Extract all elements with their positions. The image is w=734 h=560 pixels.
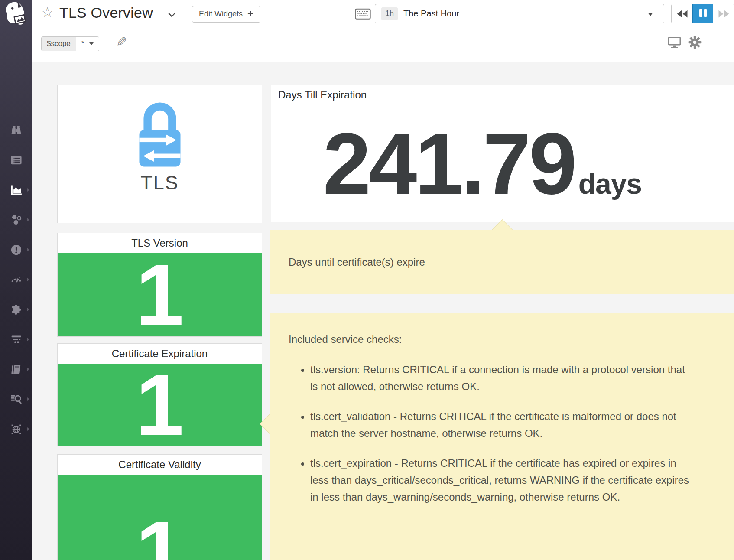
service-check-item: tls.cert_validation - Returns CRITICAL i… — [310, 408, 692, 442]
edit-widgets-button[interactable]: Edit Widgets + — [192, 6, 260, 23]
tv-mode-icon[interactable] — [668, 36, 681, 50]
sidebar-item-logs[interactable] — [0, 389, 32, 410]
query-value-widget: Days Till Expiration 241.79 days — [271, 85, 734, 222]
tls-lock-icon — [130, 99, 190, 167]
scope-value: * — [81, 39, 84, 48]
sidebar — [0, 0, 32, 560]
datadog-logo[interactable] — [3, 0, 30, 27]
hexagon-cluster-icon — [10, 213, 23, 226]
topbar: ☆ TLS Overview Edit Widgets + — [32, 0, 734, 62]
gear-icon[interactable] — [688, 36, 702, 51]
service-checks-intro: Included service checks: — [289, 333, 734, 345]
fast-forward-button[interactable] — [713, 4, 734, 23]
sidebar-item-notebooks[interactable] — [0, 359, 32, 380]
chevron-right-icon — [27, 248, 29, 251]
sidebar-item-binoculars[interactable] — [0, 120, 32, 140]
trace-levels-icon — [10, 333, 23, 346]
plus-icon: + — [247, 9, 253, 19]
pause-icon — [698, 9, 708, 19]
note-pointer-left — [260, 413, 280, 434]
sidebar-item-events-list[interactable] — [0, 150, 32, 170]
favorite-star-icon[interactable]: ☆ — [41, 5, 54, 19]
note-widget-service-checks: Included service checks: tls.version: Re… — [270, 313, 734, 560]
notebook-icon — [10, 363, 23, 376]
binoculars-icon — [10, 124, 23, 137]
main-area: ☆ TLS Overview Edit Widgets + — [32, 0, 734, 560]
scope-template-variable[interactable]: $scope * — [41, 36, 99, 51]
log-search-icon — [10, 393, 23, 406]
datadog-dog-icon — [3, 0, 30, 27]
sidebar-item-monitors[interactable] — [0, 239, 32, 260]
check-widget-certificate-expiration: Certificate Expiration 1 — [57, 343, 262, 446]
edit-pencil-icon[interactable]: ✎ — [116, 36, 127, 49]
playback-controls — [671, 4, 734, 23]
edit-widgets-label: Edit Widgets — [199, 10, 243, 19]
alert-circle-icon — [10, 244, 23, 256]
scope-value-dropdown[interactable]: * — [76, 37, 99, 51]
network-globe-icon — [10, 423, 23, 436]
chevron-right-icon — [27, 368, 29, 371]
rewind-button[interactable] — [672, 4, 692, 23]
chevron-down-icon — [648, 13, 653, 16]
check-widget-tls-version: TLS Version 1 — [57, 233, 262, 337]
service-check-item: tls.version: Returns CRITICAL if a conne… — [310, 361, 692, 395]
sidebar-item-dashboards[interactable] — [0, 179, 32, 200]
rewind-icon — [676, 10, 688, 18]
query-value-unit: days — [578, 167, 642, 200]
chevron-down-icon — [89, 42, 94, 45]
page-title[interactable]: TLS Overview — [59, 4, 153, 21]
chevron-right-icon — [27, 308, 29, 311]
gauge-icon — [10, 273, 23, 286]
query-value-body: 241.79 days — [271, 105, 734, 222]
sidebar-item-apm[interactable] — [0, 329, 32, 350]
sidebar-item-metrics[interactable] — [0, 269, 32, 290]
pause-button[interactable] — [692, 4, 713, 23]
tls-image-widget: TLS — [57, 85, 262, 223]
dashboard-canvas: TLS TLS Version 1 Certificate Expiration… — [32, 62, 734, 560]
chevron-right-icon — [27, 278, 29, 281]
check-widget-certificate-validity: Certificate Validity 1 — [57, 454, 262, 560]
events-list-icon — [10, 154, 23, 166]
sidebar-item-hexagons[interactable] — [0, 209, 32, 230]
fast-forward-icon — [718, 10, 730, 18]
chevron-right-icon — [27, 427, 29, 431]
timeframe-badge: 1h — [381, 7, 398, 20]
service-check-item: tls.cert_expiration - Returns CRITICAL i… — [310, 455, 692, 505]
area-chart-icon — [10, 183, 23, 196]
chevron-right-icon — [27, 188, 29, 192]
sidebar-item-synthetics[interactable] — [0, 419, 32, 440]
datadog-dashboard-screen: ☆ TLS Overview Edit Widgets + — [0, 0, 734, 560]
service-checks-list: tls.version: Returns CRITICAL if a conne… — [289, 361, 734, 505]
check-status-value: 1 — [58, 364, 262, 446]
check-status-value: 1 — [58, 253, 262, 336]
chevron-right-icon — [27, 338, 29, 341]
query-value-number: 241.79 — [323, 125, 575, 203]
puzzle-piece-icon — [10, 303, 23, 316]
check-widget-title: Certificate Validity — [58, 455, 262, 475]
timeframe-selector[interactable]: 1h The Past Hour — [375, 4, 664, 23]
timeframe-label: The Past Hour — [403, 9, 459, 19]
note-expiration-text: Days until certificate(s) expire — [289, 256, 425, 268]
tls-image-caption: TLS — [140, 172, 179, 194]
keyboard-shortcuts-icon[interactable] — [355, 8, 371, 22]
chevron-right-icon — [27, 218, 29, 221]
note-pointer-up — [492, 219, 513, 240]
check-status-value: 1 — [58, 475, 262, 560]
query-value-title: Days Till Expiration — [271, 85, 734, 105]
scope-label: $scope — [42, 37, 76, 51]
note-widget-expiration: Days until certificate(s) expire — [270, 230, 734, 294]
sidebar-item-integrations[interactable] — [0, 299, 32, 320]
title-chevron-down-icon[interactable] — [168, 11, 176, 19]
chevron-right-icon — [27, 397, 29, 401]
